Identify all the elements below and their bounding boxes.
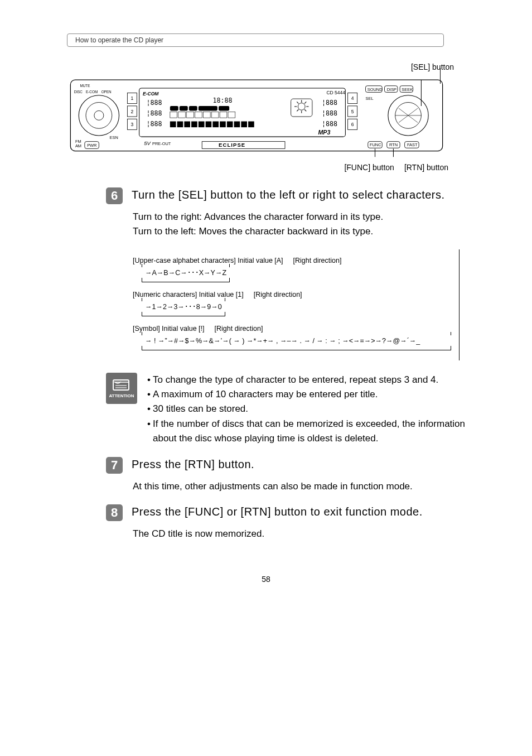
svg-text:FUNC: FUNC <box>370 142 381 147</box>
svg-text:MUTE: MUTE <box>80 84 90 88</box>
numeric-heading-right: [Right direction] <box>254 289 302 300</box>
rtn-button-callout-label: [RTN] button <box>404 163 448 172</box>
svg-text:DISC: DISC <box>74 90 83 94</box>
svg-text:SEEK: SEEK <box>402 87 413 92</box>
svg-text:6: 6 <box>351 122 354 127</box>
upper-heading-right: [Right direction] <box>293 255 342 266</box>
attention-item-3: 30 titles can be stored. <box>153 402 248 416</box>
svg-rect-55 <box>220 122 226 128</box>
character-cycle-diagram: [Upper-case alphabet characters] Initial… <box>133 249 460 360</box>
svg-rect-49 <box>177 122 183 128</box>
svg-rect-38 <box>199 106 217 111</box>
svg-text:E-COM: E-COM <box>143 91 159 97</box>
symbol-sequence: → ! →”→#→$→%→&→’→( → ) →*→+→ , →–→ . → /… <box>142 337 423 345</box>
svg-text:¦888: ¦888 <box>322 99 337 107</box>
svg-text:SOUND: SOUND <box>367 87 383 92</box>
callout-line-top <box>440 68 441 84</box>
step-7-title: Press the [RTN] button. <box>132 457 254 472</box>
svg-rect-35 <box>170 106 178 111</box>
attention-icon: ATTENTION <box>106 373 137 404</box>
svg-text:SEL: SEL <box>366 96 374 101</box>
attention-item-4: If the number of discs that can be memor… <box>153 417 465 446</box>
svg-rect-56 <box>227 122 233 128</box>
svg-rect-51 <box>191 122 197 128</box>
attention-item-1: To change the type of character to be en… <box>153 373 438 387</box>
page-number: 58 <box>67 575 465 584</box>
svg-text:OPEN: OPEN <box>101 90 112 94</box>
svg-text:ESN: ESN <box>110 135 118 140</box>
svg-rect-58 <box>241 122 247 128</box>
step-7-body: At this time, other adjustments can also… <box>133 479 465 494</box>
numeric-heading-left: [Numeric characters] Initial value [1] <box>133 289 244 300</box>
svg-rect-53 <box>206 122 212 128</box>
svg-rect-54 <box>212 122 219 128</box>
svg-text:¦888: ¦888 <box>146 99 162 107</box>
svg-text:E-COM: E-COM <box>86 90 98 94</box>
svg-rect-50 <box>184 122 190 128</box>
step-number-6: 6 <box>106 187 123 204</box>
svg-rect-36 <box>180 106 188 111</box>
svg-rect-52 <box>199 122 205 128</box>
svg-text:AM: AM <box>75 143 81 148</box>
step-number-7: 7 <box>106 457 123 474</box>
svg-text:1: 1 <box>131 95 134 101</box>
svg-text:DISP: DISP <box>387 87 396 92</box>
svg-text:¦888: ¦888 <box>146 120 162 128</box>
svg-text:CD 5444: CD 5444 <box>326 90 345 95</box>
svg-text:¦888: ¦888 <box>322 120 337 128</box>
step-number-8: 8 <box>106 504 123 521</box>
svg-text:PWR: PWR <box>87 143 97 148</box>
breadcrumb: How to operate the CD player <box>67 33 444 47</box>
func-button-callout-label: [FUNC] button <box>344 163 394 172</box>
svg-rect-37 <box>189 106 197 111</box>
upper-heading-left: [Upper-case alphabet characters] Initial… <box>133 255 283 266</box>
sel-button-callout-label: [SEL] button <box>67 62 465 71</box>
symbol-heading-left: [Symbol] Initial value [!] <box>133 323 205 334</box>
car-stereo-svg: MUTE DISC E-COM OPEN FM AM PWR ESN 1 2 3… <box>67 75 446 158</box>
svg-rect-39 <box>219 106 229 111</box>
step-6-body-line1: Turn to the right: Advances the characte… <box>133 210 465 224</box>
svg-text:3: 3 <box>131 122 134 127</box>
symbol-heading-right: [Right direction] <box>215 323 263 334</box>
svg-rect-59 <box>248 122 254 128</box>
device-illustration: MUTE DISC E-COM OPEN FM AM PWR ESN 1 2 3… <box>67 75 465 158</box>
step-6-body-line2: Turn to the left: Moves the character ba… <box>133 224 465 239</box>
svg-text:MP3: MP3 <box>318 129 331 136</box>
svg-text:PRE-OUT: PRE-OUT <box>152 141 171 146</box>
svg-rect-48 <box>170 122 176 128</box>
svg-text:18:88: 18:88 <box>212 97 232 104</box>
svg-text:5: 5 <box>351 109 354 114</box>
upper-sequence: →A→B→C→･･･X→Y→Z <box>142 269 230 277</box>
svg-text:4: 4 <box>351 95 354 101</box>
svg-text:ECLIPSE: ECLIPSE <box>219 142 245 148</box>
attention-item-2: A maximum of 10 characters may be entere… <box>153 387 378 402</box>
step-8-body: The CD title is now memorized. <box>133 527 465 541</box>
step-6-title: Turn the [SEL] button to the left or rig… <box>132 187 445 203</box>
svg-text:FAST: FAST <box>407 142 418 147</box>
svg-text:RTN: RTN <box>389 142 398 147</box>
svg-text:5V: 5V <box>144 140 151 146</box>
svg-text:¦888: ¦888 <box>146 109 162 117</box>
attention-label: ATTENTION <box>109 393 134 398</box>
svg-text:¦888: ¦888 <box>322 109 337 117</box>
svg-rect-57 <box>234 122 240 128</box>
numeric-sequence: →1→2→3→･･･8→9→0 <box>142 303 225 311</box>
attention-list: •To change the type of character to be e… <box>147 373 465 446</box>
svg-text:2: 2 <box>131 109 134 114</box>
step-8-title: Press the [FUNC] or [RTN] button to exit… <box>132 504 423 519</box>
